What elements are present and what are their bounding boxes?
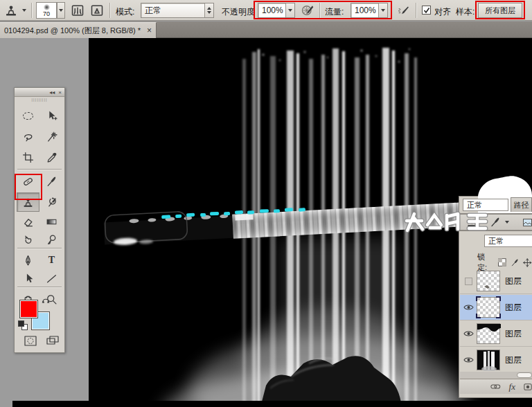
opacity-label: 不透明度 [222,6,255,18]
visibility-well[interactable] [460,330,477,337]
mini-clone-stamp-icon[interactable] [466,217,477,228]
eye-icon [463,356,474,363]
sample-label: 样本: [456,6,475,18]
aligned-checkbox[interactable] [422,6,431,16]
layer-row[interactable]: 图层 [460,321,532,347]
smudge-tool-icon[interactable] [17,230,39,249]
crop-tool-icon[interactable] [17,147,39,167]
separator [319,3,321,18]
close-panel-icon[interactable]: × [58,89,62,96]
float-blend-mode-value: 正常 [467,200,482,210]
layer-row[interactable]: 图层 [460,347,532,373]
mini-caret-icon[interactable] [505,221,509,224]
tool-preset-caret-icon[interactable] [22,9,26,12]
visibility-well[interactable] [460,356,477,363]
spot-healing-brush-tool-icon[interactable] [17,172,39,191]
lasso-tool-icon[interactable] [17,127,39,146]
eraser-tool-icon[interactable] [17,212,39,231]
move-tool-icon[interactable] [40,106,63,125]
layer-thumbnail[interactable] [477,323,500,344]
layer-name: 图层 [505,354,522,366]
flow-value: 100% [351,6,378,15]
screen-mode-icon[interactable] [45,335,60,347]
add-mask-icon[interactable] [524,383,532,391]
document-title: 0104294.psd @ 100% (图层 8, RGB/8) * [4,26,144,36]
visibility-well[interactable] [460,278,477,285]
canvas-bottom-edge [12,401,532,407]
brush-tool-icon[interactable] [40,172,63,191]
tablet-pressure-opacity-icon[interactable] [301,2,314,19]
layer-name: 图层 [505,328,522,340]
dodge-tool-icon[interactable] [40,230,63,249]
eye-icon [463,304,474,311]
layers-scrollbar[interactable] [460,372,532,379]
divider [17,248,62,249]
separator [416,3,417,18]
options-bar: 70 模式: 正常 不透明度 100% 流量: 100% 对齐 样本: 所有图层 [0,0,532,21]
tab-close-icon[interactable]: × [147,26,152,35]
document-tab-bar: 0104294.psd @ 100% (图层 8, RGB/8) * × [0,21,532,38]
opacity-select[interactable]: 100% [258,3,295,18]
layer-row[interactable]: 图层 [460,269,532,294]
paths-tab-label: 路径 [514,200,529,210]
lock-pixels-icon[interactable] [511,258,520,267]
tab-paths[interactable]: 路径 [511,197,532,212]
collapse-panel-icon[interactable]: ◂◂ [49,89,55,96]
flow-select[interactable]: 100% [351,3,388,18]
sample-value: 所有图层 [485,6,515,16]
mini-caret-icon[interactable] [481,221,486,224]
mode-label: 模式: [116,6,134,18]
toolbox-header[interactable]: ◂◂ × [15,88,64,97]
history-brush-tool-icon[interactable] [40,192,63,212]
lock-position-icon[interactable] [523,258,532,267]
path-selection-tool-icon[interactable] [17,269,39,288]
gradient-tool-icon[interactable] [40,212,63,231]
layer-thumbnail[interactable] [477,271,500,291]
separator [109,3,111,18]
layer-thumbnail[interactable] [477,297,500,318]
link-layers-icon[interactable] [490,383,501,390]
layer-name: 图层 [505,302,522,314]
mini-image-icon[interactable] [523,219,532,226]
layers-blend-mode-select[interactable]: 正常 [484,235,532,247]
line-tool-icon[interactable] [40,269,63,288]
brush-preset-picker[interactable]: 70 [36,2,57,19]
type-tool-icon[interactable]: T [40,251,63,270]
airbrush-icon[interactable] [396,2,410,19]
mini-brush-icon[interactable] [490,217,501,228]
float-blend-mode-select[interactable]: 正常 [463,199,508,211]
eyedropper-tool-icon[interactable] [40,147,63,167]
clone-stamp-tool-icon[interactable] [4,2,18,19]
flow-caret-icon [378,3,387,17]
toolbox-grip[interactable]: ||||||||| [15,97,64,104]
visibility-well[interactable] [460,304,477,311]
layers-footer: fx [460,379,532,394]
panel-icon-row [459,214,532,230]
eye-hidden-icon [465,278,472,285]
brush-size-value: 70 [37,10,56,17]
default-colors-icon[interactable] [18,320,28,330]
elliptical-marquee-tool-icon[interactable] [17,106,39,125]
blend-mode-arrows-icon [204,3,213,17]
layer-row-selected[interactable]: 图层 [460,295,532,320]
toggle-brush-panel-icon[interactable] [71,2,85,19]
blend-mode-select[interactable]: 正常 [141,3,214,18]
layer-style-fx-icon[interactable]: fx [509,381,515,392]
opacity-caret-icon [285,3,294,17]
toggle-clone-source-panel-icon[interactable] [90,2,104,19]
brush-picker-caret[interactable] [57,2,65,19]
pen-tool-icon[interactable] [17,251,39,270]
layer-thumbnail[interactable] [477,350,500,370]
toolbox-panel: ◂◂ × ||||||||| [14,87,65,353]
opacity-value: 100% [258,6,285,15]
divider [17,287,62,288]
lock-transparency-icon[interactable] [498,258,506,266]
magic-wand-tool-icon[interactable] [40,127,63,146]
quick-mask-icon[interactable] [23,335,38,347]
foreground-color-swatch[interactable] [19,300,38,318]
scrollbar-thumb[interactable] [517,372,532,378]
document-tab[interactable]: 0104294.psd @ 100% (图层 8, RGB/8) * × [0,22,157,38]
sample-select[interactable]: 所有图层 [478,3,522,18]
swap-colors-icon[interactable] [41,296,51,307]
clone-stamp-tool-icon[interactable] [17,192,39,212]
